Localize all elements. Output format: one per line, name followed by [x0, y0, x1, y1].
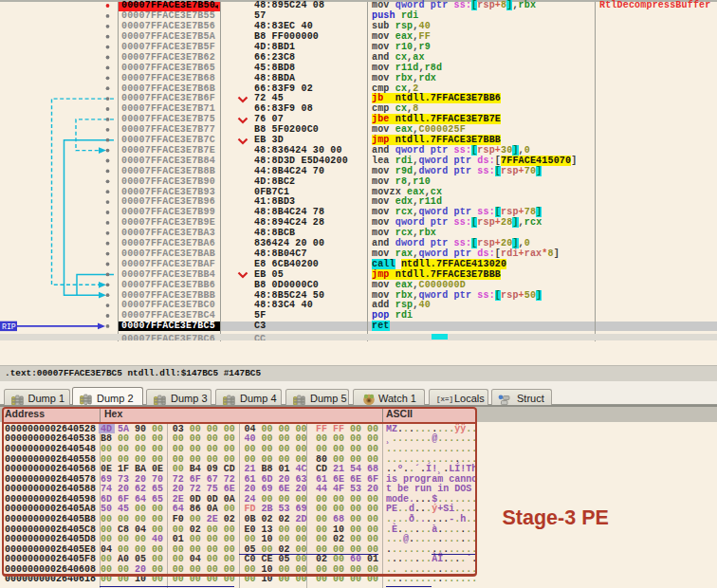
svg-text:RIP: RIP — [2, 322, 16, 331]
